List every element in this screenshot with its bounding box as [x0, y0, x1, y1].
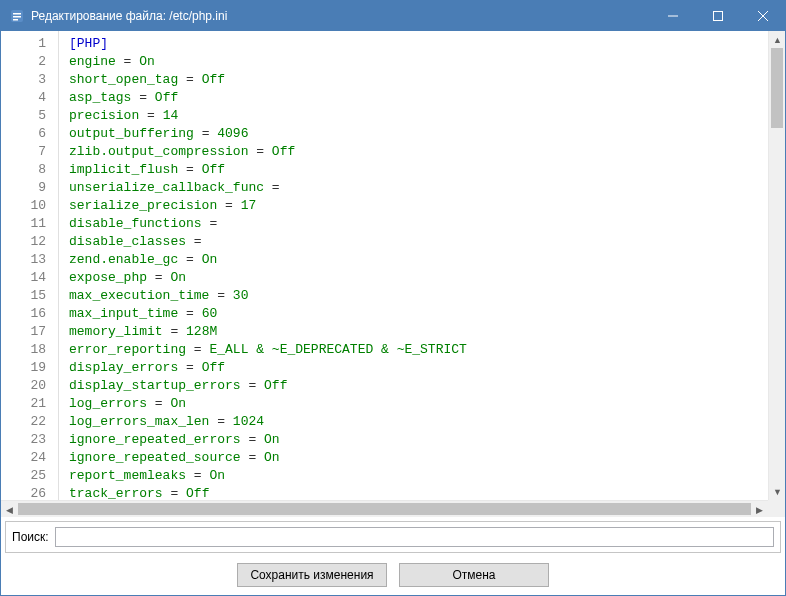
- code-line[interactable]: display_startup_errors = Off: [69, 377, 768, 395]
- line-number: 25: [1, 467, 58, 485]
- line-number: 1: [1, 35, 58, 53]
- line-number: 15: [1, 287, 58, 305]
- titlebar: Редактирование файла: /etc/php.ini: [1, 1, 785, 31]
- code-line[interactable]: precision = 14: [69, 107, 768, 125]
- code-line[interactable]: zend.enable_gc = On: [69, 251, 768, 269]
- line-number: 6: [1, 125, 58, 143]
- code-line[interactable]: disable_classes =: [69, 233, 768, 251]
- editor[interactable]: 1234567891011121314151617181920212223242…: [1, 31, 785, 500]
- vertical-scrollbar[interactable]: ▲ ▼: [768, 31, 785, 500]
- app-icon: [9, 8, 25, 24]
- horizontal-scroll-thumb[interactable]: [18, 503, 751, 515]
- code-line[interactable]: short_open_tag = Off: [69, 71, 768, 89]
- search-label: Поиск:: [12, 530, 49, 544]
- window-title: Редактирование файла: /etc/php.ini: [31, 9, 650, 23]
- code-line[interactable]: display_errors = Off: [69, 359, 768, 377]
- line-number: 4: [1, 89, 58, 107]
- code-line[interactable]: output_buffering = 4096: [69, 125, 768, 143]
- code-line[interactable]: error_reporting = E_ALL & ~E_DEPRECATED …: [69, 341, 768, 359]
- code-line[interactable]: log_errors = On: [69, 395, 768, 413]
- line-number: 17: [1, 323, 58, 341]
- code-line[interactable]: ignore_repeated_errors = On: [69, 431, 768, 449]
- line-number-gutter: 1234567891011121314151617181920212223242…: [1, 31, 59, 500]
- scroll-left-arrow-icon[interactable]: ◀: [1, 501, 18, 518]
- line-number: 22: [1, 413, 58, 431]
- scroll-right-arrow-icon[interactable]: ▶: [751, 501, 768, 518]
- code-line[interactable]: serialize_precision = 17: [69, 197, 768, 215]
- code-line[interactable]: track_errors = Off: [69, 485, 768, 500]
- code-area[interactable]: [PHP]engine = Onshort_open_tag = Offasp_…: [59, 31, 768, 500]
- line-number: 2: [1, 53, 58, 71]
- svg-rect-5: [713, 12, 722, 21]
- code-line[interactable]: report_memleaks = On: [69, 467, 768, 485]
- line-number: 23: [1, 431, 58, 449]
- code-line[interactable]: [PHP]: [69, 35, 768, 53]
- horizontal-scrollbar[interactable]: ◀ ▶: [1, 500, 768, 517]
- search-bar: Поиск:: [5, 521, 781, 553]
- line-number: 20: [1, 377, 58, 395]
- svg-rect-2: [13, 16, 21, 18]
- window-controls: [650, 1, 785, 31]
- line-number: 21: [1, 395, 58, 413]
- line-number: 18: [1, 341, 58, 359]
- code-line[interactable]: engine = On: [69, 53, 768, 71]
- code-line[interactable]: memory_limit = 128M: [69, 323, 768, 341]
- code-line[interactable]: max_execution_time = 30: [69, 287, 768, 305]
- code-line[interactable]: unserialize_callback_func =: [69, 179, 768, 197]
- line-number: 12: [1, 233, 58, 251]
- code-line[interactable]: log_errors_max_len = 1024: [69, 413, 768, 431]
- line-number: 19: [1, 359, 58, 377]
- code-line[interactable]: max_input_time = 60: [69, 305, 768, 323]
- line-number: 9: [1, 179, 58, 197]
- line-number: 14: [1, 269, 58, 287]
- line-number: 10: [1, 197, 58, 215]
- line-number: 8: [1, 161, 58, 179]
- scroll-up-arrow-icon[interactable]: ▲: [769, 31, 785, 48]
- line-number: 16: [1, 305, 58, 323]
- minimize-button[interactable]: [650, 1, 695, 31]
- line-number: 5: [1, 107, 58, 125]
- close-button[interactable]: [740, 1, 785, 31]
- svg-rect-1: [13, 13, 21, 15]
- line-number: 11: [1, 215, 58, 233]
- code-line[interactable]: zlib.output_compression = Off: [69, 143, 768, 161]
- svg-rect-3: [13, 19, 18, 21]
- maximize-button[interactable]: [695, 1, 740, 31]
- code-line[interactable]: disable_functions =: [69, 215, 768, 233]
- save-button[interactable]: Сохранить изменения: [237, 563, 387, 587]
- scrollbar-corner: [768, 500, 785, 517]
- line-number: 24: [1, 449, 58, 467]
- code-line[interactable]: ignore_repeated_source = On: [69, 449, 768, 467]
- code-line[interactable]: implicit_flush = Off: [69, 161, 768, 179]
- vertical-scroll-thumb[interactable]: [771, 48, 783, 128]
- code-line[interactable]: expose_php = On: [69, 269, 768, 287]
- line-number: 7: [1, 143, 58, 161]
- button-bar: Сохранить изменения Отмена: [1, 557, 785, 595]
- cancel-button[interactable]: Отмена: [399, 563, 549, 587]
- scroll-down-arrow-icon[interactable]: ▼: [769, 483, 785, 500]
- line-number: 13: [1, 251, 58, 269]
- search-input[interactable]: [55, 527, 774, 547]
- line-number: 26: [1, 485, 58, 500]
- code-line[interactable]: asp_tags = Off: [69, 89, 768, 107]
- line-number: 3: [1, 71, 58, 89]
